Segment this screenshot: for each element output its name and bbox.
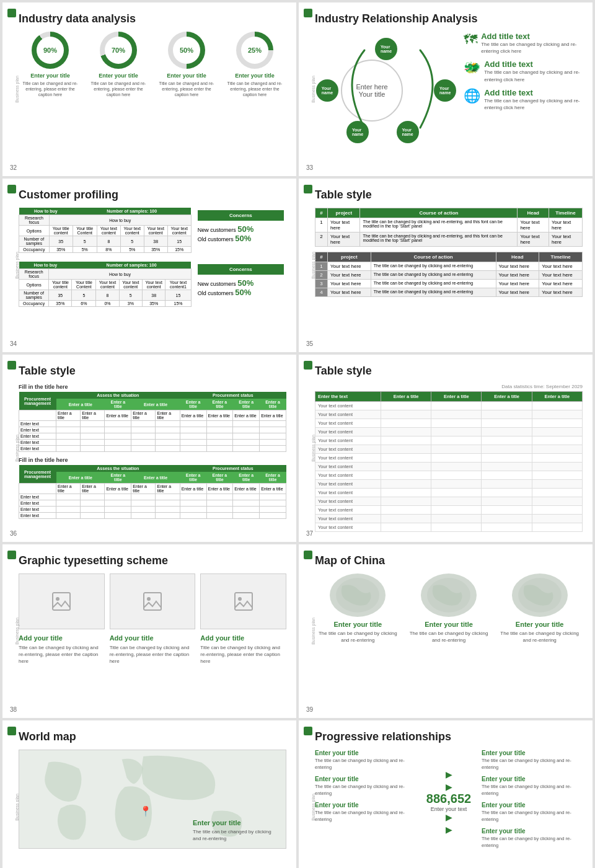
add-title-desc-1: The title can be changed by clicking and… (481, 41, 583, 55)
slide-35-title: Table style (315, 188, 583, 202)
table-row: Enter text (19, 513, 286, 519)
prog-item-desc-right-3: The title can be changed by clicking and… (482, 810, 583, 823)
map-title-1: Enter your title (315, 621, 401, 628)
prog-left: Enter your title The title can be change… (315, 750, 416, 854)
rel-center-circle: Enter hereYour title (341, 60, 403, 122)
donut-item-4: 25% Enter your title Title can be change… (223, 32, 286, 97)
graphic-desc-2: Title can be changed by clicking and re-… (110, 644, 196, 665)
slide-32: Business plan Industry data analysis 90%… (2, 2, 296, 176)
slide-number-38: 38 (10, 706, 17, 713)
add-title-text-1: Add title text (481, 32, 583, 41)
map-item-3: Enter your title The title can be change… (496, 574, 583, 644)
slide-36: Business plan Table style Fill in the ti… (2, 355, 296, 542)
table-row: Your text content (315, 471, 583, 480)
slide-number-33: 33 (306, 164, 313, 171)
table-row: Your text content (315, 445, 583, 454)
side-label-39: Business plan (311, 618, 315, 645)
data-stat: Data statistics time: September 2029 (315, 384, 583, 389)
donut-label-3: Enter your title (155, 73, 218, 79)
rel-layout: Enter hereYour title Yourname Yourname Y… (315, 32, 583, 149)
slide-41-title: Progressive relationships (315, 730, 583, 743)
map-circle-3 (512, 574, 568, 617)
your-name-left: Yourname (316, 79, 338, 102)
donut-inner-2: 70% (105, 37, 132, 64)
table-row: 2 Your text here The title can be change… (315, 271, 583, 280)
your-name-right: Yourname (434, 79, 456, 102)
map-label-box: Enter your title The title can be change… (193, 819, 273, 842)
donut-label-1: Enter your title (19, 73, 82, 79)
concern-box-1: Concerns (198, 210, 284, 221)
graphic-title-3: Add your title (200, 634, 286, 642)
data-table-37: Enter the text Enter a title Enter a tit… (315, 391, 583, 532)
slide-number-39: 39 (306, 706, 313, 713)
graphic-title-2: Add your title (110, 634, 196, 642)
prog-item-right-1: Enter your title The title can be change… (482, 750, 583, 771)
table-row: Enter text (19, 427, 286, 433)
map-desc-3: The title can be changed by clicking and… (496, 630, 583, 644)
prog-item-title-right-1: Enter your title (482, 750, 583, 756)
prog-item-left-2: Enter your title The title can be change… (315, 776, 416, 797)
prog-item-right-3: Enter your title The title can be change… (482, 802, 583, 823)
prog-item-title-left-1: Enter your title (315, 750, 416, 756)
brand-icon-32 (7, 9, 16, 17)
slide-34-title: Customer profiling (19, 188, 286, 202)
slide-41: Business plan Progressive relationships … (299, 720, 593, 868)
table-35-2: # project Course of action Head Timeline… (315, 252, 583, 297)
your-name-bottom-right: Yourname (397, 121, 419, 143)
fill-title-1: Fill in the title here (19, 384, 286, 390)
proc-table-1: Procurement management Assess the situat… (19, 392, 286, 452)
map-desc-2: The title can be changed by clicking and… (406, 630, 492, 644)
prog-item-desc-right-4: The title can be changed by clicking and… (482, 836, 583, 849)
donut-inner-4: 25% (241, 37, 268, 64)
prog-item-desc-right-2: The title can be changed by clicking and… (482, 784, 583, 797)
map-circle-2 (421, 574, 477, 617)
map-row: Enter your title The title can be change… (315, 574, 583, 644)
table-row: Your text content (315, 497, 583, 506)
table-row: Your text content (315, 523, 583, 532)
brand-icon-35 (304, 185, 312, 193)
customer-table-2: How to buy Number of samples: 100 Resear… (19, 262, 192, 309)
table-35-1: # project Course of action Head Timeline… (315, 208, 583, 247)
rel-add-items: 🗺 Add title text The title can be change… (464, 32, 583, 149)
add-title-3: 🌐 Add title text The title can be change… (464, 88, 583, 111)
prog-container: Enter your title The title can be change… (315, 750, 583, 854)
prog-right: Enter your title The title can be change… (482, 750, 583, 854)
prog-item-title-right-2: Enter your title (482, 776, 583, 782)
table-row: Your text content (315, 454, 583, 463)
img-placeholder-3 (200, 574, 286, 629)
map-item-2: Enter your title The title can be change… (406, 574, 492, 644)
add-title-desc-3: The title can be changed by clicking and… (484, 97, 583, 111)
donut-label-2: Enter your title (87, 73, 150, 79)
prog-item-title-left-3: Enter your title (315, 802, 416, 808)
prog-item-left-1: Enter your title The title can be change… (315, 750, 416, 771)
prog-arrows: ▶ ▶ (446, 769, 452, 792)
slide-33: Business plan Industry Relationship Anal… (299, 2, 593, 176)
donut-label-4: Enter your title (223, 73, 286, 79)
side-label-32: Business plan (15, 76, 19, 103)
brand-icon-38 (7, 551, 16, 559)
slide-36-title: Table style (19, 365, 286, 378)
svg-point-1 (56, 597, 60, 601)
prog-item-left-3: Enter your title The title can be change… (315, 802, 416, 823)
prog-item-title-right-3: Enter your title (482, 802, 583, 808)
stat-4: Old customers 50% (198, 288, 284, 297)
arrow-up-1: ▶ (446, 769, 452, 779)
table-row: Your text content (315, 515, 583, 523)
table-row: Your text content (315, 436, 583, 445)
donut-item-3: 50% Enter your title Title can be change… (155, 32, 218, 97)
table-row: 2 Your text here The title can be change… (315, 232, 583, 247)
graphic-title-1: Add your title (19, 634, 105, 642)
arrow-down-2: ▶ (446, 825, 452, 835)
slide-37: Business plan Table style Data statistic… (299, 355, 593, 542)
side-label-36: Business plan (15, 435, 19, 462)
slide-number-34: 34 (10, 340, 17, 347)
your-name-top: Yourname (375, 38, 397, 60)
graphic-item-2: Add your title Title can be changed by c… (110, 574, 196, 665)
slide-39-title: Map of China (315, 554, 583, 567)
donut-desc-1: Title can be changed and re-entering, pl… (19, 81, 82, 97)
add-title-desc-2: The title can be changed by clicking and… (484, 69, 583, 82)
slide-37-title: Table style (315, 365, 583, 378)
side-label-41: Business plan (311, 794, 315, 821)
svg-point-3 (147, 597, 151, 601)
table-row: Your text content (315, 463, 583, 471)
